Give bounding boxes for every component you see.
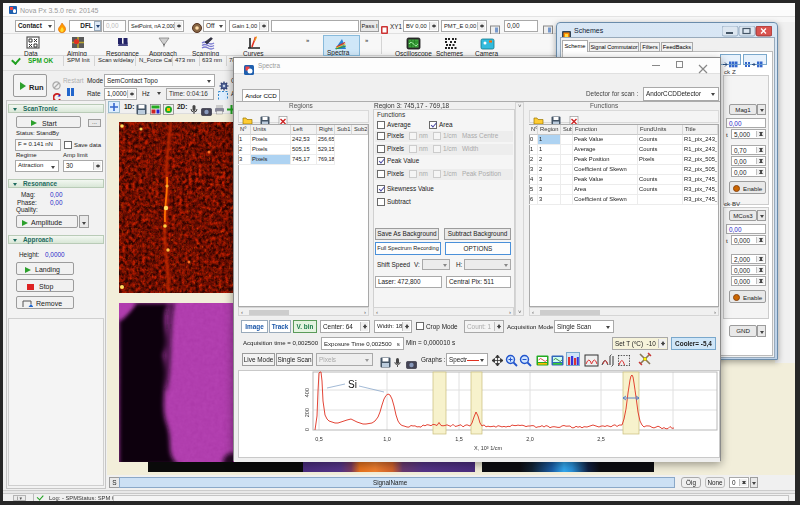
svg-text:2,0: 2,0	[526, 436, 534, 442]
svg-text:2,5: 2,5	[597, 436, 605, 442]
svg-text:0,5: 0,5	[315, 436, 323, 442]
svg-text:200: 200	[304, 408, 310, 417]
svg-text:1,0: 1,0	[383, 436, 391, 442]
svg-text:1,5: 1,5	[455, 436, 463, 442]
svg-text:400: 400	[304, 388, 310, 397]
svg-text:Si: Si	[348, 379, 357, 390]
svg-text:X, 10³ 1/cm: X, 10³ 1/cm	[474, 445, 503, 451]
svg-text:0: 0	[304, 428, 310, 431]
